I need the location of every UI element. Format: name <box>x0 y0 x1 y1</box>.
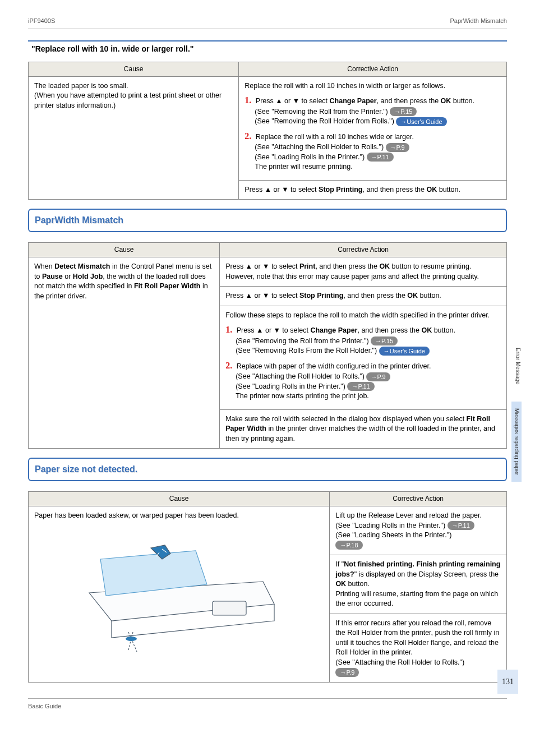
s2-step2-tail: The printer now starts printing the prin… <box>236 391 501 402</box>
s1-step1-see2: (See "Removing the Roll Holder from Roll… <box>255 117 501 127</box>
s2-r2: Press ▲ or ▼ to select Stop Printing, an… <box>220 287 507 306</box>
page-ref-pill[interactable]: →P.9 <box>386 143 409 152</box>
page-ref-pill[interactable]: →P.11 <box>448 521 474 530</box>
s3-cause-text: Paper has been loaded askew, or warped p… <box>34 511 324 521</box>
s3-r2: If "Not finished printing. Finish printi… <box>330 555 507 614</box>
see-text: (See "Attaching the Roll Holder to Rolls… <box>335 658 464 666</box>
side-tabs: Error Message Messages regarding paper <box>511 348 522 482</box>
page-footer: Basic Guide <box>28 698 507 711</box>
page-ref-pill[interactable]: →P.11 <box>367 153 394 162</box>
side-tab-messages-paper: Messages regarding paper <box>511 402 522 482</box>
s1-step2-see2: (See "Loading Rolls in the Printer.") →P… <box>255 153 501 163</box>
s2-r3: Follow these steps to replace the roll t… <box>220 306 507 409</box>
s2-step2: 2. Replace with paper of the width confi… <box>225 359 501 402</box>
see-text: (See "Attaching the Roll Holder to Rolls… <box>236 372 366 380</box>
see-text: (See "Loading Sheets in the Printer.") <box>335 531 451 539</box>
s1-step1-text: Press ▲ or ▼ to select Change Paper, and… <box>256 97 474 105</box>
header-right: PaprWidth Mismatch <box>450 17 507 25</box>
printer-illustration <box>72 525 285 654</box>
s1-action2: Press ▲ or ▼ to select Stop Printing, an… <box>239 180 507 200</box>
step-number-1: 1. <box>225 325 232 334</box>
s2-step1: 1. Press ▲ or ▼ to select Change Paper, … <box>225 324 501 356</box>
see-text: (See "Removing the Roll from the Printer… <box>236 337 371 345</box>
step-number-2: 2. <box>245 131 251 141</box>
page-ref-pill[interactable]: →P.15 <box>371 336 398 345</box>
col-action-header: Corrective Action <box>330 492 507 506</box>
section2-table: Cause Corrective Action When Detect Mism… <box>28 242 507 449</box>
s1-step2-tail: The printer will resume printing. <box>255 162 501 172</box>
users-guide-pill[interactable]: →User's Guide <box>379 347 430 356</box>
col-cause-header: Cause <box>29 243 220 257</box>
s1-step2: 2. Replace the roll with a roll 10 inche… <box>245 130 501 172</box>
header-left: iPF9400S <box>28 17 55 25</box>
s3-r3: If this error recurs after you reload th… <box>330 614 507 682</box>
section1-table: Cause Corrective Action The loaded paper… <box>28 62 507 200</box>
users-guide-pill[interactable]: →User's Guide <box>396 117 446 126</box>
page-number: 131 <box>497 670 518 694</box>
s3-r1: Lift up the Release Lever and reload the… <box>330 506 507 555</box>
col-cause-header: Cause <box>29 62 239 76</box>
s2-r1: Press ▲ or ▼ to select Print, and then p… <box>220 257 507 287</box>
s3-r1a: Lift up the Release Lever and reload the… <box>335 511 482 519</box>
page-ref-pill[interactable]: →P.9 <box>335 668 359 677</box>
see-text: (See "Removing Rolls From the Roll Holde… <box>236 347 379 354</box>
col-action-header: Corrective Action <box>239 62 507 76</box>
s1-action1: Replace the roll with a roll 10 inches i… <box>239 76 507 180</box>
s1-step2-text: Replace the roll with a roll 10 inches w… <box>256 133 414 141</box>
step-number-1: 1. <box>245 95 251 105</box>
see-text: (See "Loading Rolls in the Printer.") <box>335 522 447 529</box>
side-tab-error-message: Error Message <box>511 348 522 385</box>
page-header: iPF9400S PaprWidth Mismatch <box>28 17 507 29</box>
s1-step1-see1: (See "Removing the Roll from the Printer… <box>255 107 501 117</box>
svg-point-1 <box>126 637 137 641</box>
page-ref-pill[interactable]: →P.15 <box>390 107 417 116</box>
s3-r2b: Printing will resume, starting from the … <box>335 590 498 608</box>
s3-r3a: If this error recurs after you reload th… <box>335 619 499 657</box>
col-cause-header: Cause <box>29 492 330 506</box>
s2-step1-text: Press ▲ or ▼ to select Change Paper, and… <box>237 326 455 334</box>
s1-step2-see1: (See "Attaching the Roll Holder to Rolls… <box>255 142 501 153</box>
section1-title: "Replace roll with 10 in. wide or larger… <box>28 40 507 57</box>
see-text: (See "Loading Rolls in the Printer.") <box>236 382 347 390</box>
s1-intro: Replace the roll with a roll 10 inches i… <box>245 81 501 91</box>
section2-title: PaprWidth Mismatch <box>30 211 505 230</box>
step-number-2: 2. <box>225 361 232 370</box>
page-ref-pill[interactable]: →P.9 <box>366 372 390 381</box>
s2-step2-text: Replace with paper of the width configur… <box>237 362 431 370</box>
section3-block: Paper size not detected. <box>28 458 507 481</box>
section3-table: Cause Corrective Action Paper has been l… <box>28 491 507 682</box>
s1-cause: The loaded paper is too small. (When you… <box>29 76 239 199</box>
s3-cause-cell: Paper has been loaded askew, or warped p… <box>29 506 330 683</box>
s1-step1: 1. Press ▲ or ▼ to select Change Paper, … <box>245 94 501 126</box>
s2-cause: When Detect Mismatch in the Control Pane… <box>29 257 220 449</box>
section2-block: PaprWidth Mismatch <box>28 209 507 232</box>
page-ref-pill[interactable]: →P.11 <box>347 382 374 391</box>
s2-r3-intro: Follow these steps to replace the roll t… <box>225 311 501 321</box>
col-action-header: Corrective Action <box>220 243 507 257</box>
section3-title: Paper size not detected. <box>30 460 505 479</box>
s2-r4: Make sure the roll width selected in the… <box>220 409 507 449</box>
svg-rect-0 <box>213 601 246 615</box>
page-ref-pill[interactable]: →P.18 <box>335 541 362 550</box>
